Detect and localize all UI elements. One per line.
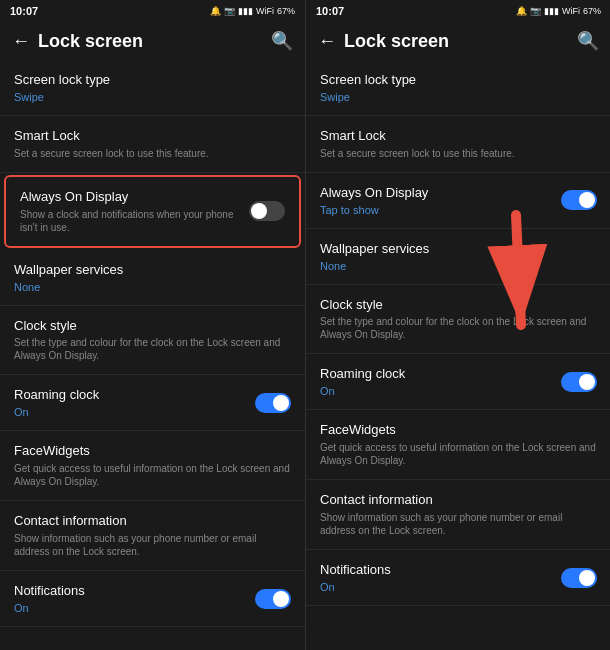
setting-title: Wallpaper services <box>14 262 291 279</box>
settings-list: Screen lock typeSwipeSmart LockSet a sec… <box>306 60 610 650</box>
toggle-knob <box>251 203 267 219</box>
setting-item-facewidgets[interactable]: FaceWidgetsGet quick access to useful in… <box>0 431 305 501</box>
setting-title: Smart Lock <box>320 128 597 145</box>
setting-desc: Set the type and colour for the clock on… <box>320 315 597 341</box>
header: ←Lock screen🔍 <box>0 22 305 60</box>
status-time: 10:07 <box>10 5 38 17</box>
setting-item-facewidgets[interactable]: FaceWidgetsGet quick access to useful in… <box>306 410 610 480</box>
setting-subtitle: On <box>320 581 553 593</box>
setting-item-always-on-display[interactable]: Always On DisplayShow a clock and notifi… <box>4 175 301 248</box>
setting-desc: Get quick access to useful information o… <box>14 462 291 488</box>
search-icon[interactable]: 🔍 <box>271 30 293 52</box>
right-panel: 10:07 🔔 📷 ▮▮▮ WiFi 67% ←Lock screen🔍Scre… <box>305 0 610 650</box>
setting-item-always-on-display[interactable]: Always On DisplayTap to show <box>306 173 610 229</box>
toggle-notifications[interactable] <box>255 589 291 609</box>
setting-title: Notifications <box>14 583 247 600</box>
settings-list: Screen lock typeSwipeSmart LockSet a sec… <box>0 60 305 650</box>
setting-subtitle: On <box>14 406 247 418</box>
toggle-knob <box>273 591 289 607</box>
setting-item-roaming-clock[interactable]: Roaming clockOn <box>306 354 610 410</box>
setting-item-notifications[interactable]: NotificationsOn <box>306 550 610 606</box>
setting-subtitle: Tap to show <box>320 204 553 216</box>
toggle-roaming-clock[interactable] <box>561 372 597 392</box>
setting-item-screen-lock-type[interactable]: Screen lock typeSwipe <box>306 60 610 116</box>
back-button[interactable]: ← <box>12 31 30 52</box>
setting-item-wallpaper-services[interactable]: Wallpaper servicesNone <box>306 229 610 285</box>
setting-title: Contact information <box>320 492 597 509</box>
setting-title: Notifications <box>320 562 553 579</box>
setting-desc: Show a clock and notifications when your… <box>20 208 241 234</box>
notification-icon: 🔔 <box>516 6 527 16</box>
setting-title: Screen lock type <box>320 72 597 89</box>
setting-title: FaceWidgets <box>320 422 597 439</box>
setting-subtitle: None <box>14 281 291 293</box>
setting-title: Always On Display <box>320 185 553 202</box>
setting-title: Clock style <box>14 318 291 335</box>
signal-icon: ▮▮▮ <box>238 6 253 16</box>
notification-icon: 🔔 <box>210 6 221 16</box>
header: ←Lock screen🔍 <box>306 22 610 60</box>
page-title: Lock screen <box>344 31 449 52</box>
setting-title: Clock style <box>320 297 597 314</box>
toggle-knob <box>273 395 289 411</box>
setting-desc: Set a secure screen lock to use this fea… <box>14 147 291 160</box>
setting-title: Always On Display <box>20 189 241 206</box>
setting-item-screen-lock-type[interactable]: Screen lock typeSwipe <box>0 60 305 116</box>
signal-icon: ▮▮▮ <box>544 6 559 16</box>
wifi-icon: WiFi <box>562 6 580 16</box>
battery-icon: 67% <box>277 6 295 16</box>
setting-title: FaceWidgets <box>14 443 291 460</box>
screen-icon: 📷 <box>224 6 235 16</box>
page-title: Lock screen <box>38 31 143 52</box>
toggle-roaming-clock[interactable] <box>255 393 291 413</box>
setting-item-wallpaper-services[interactable]: Wallpaper servicesNone <box>0 250 305 306</box>
status-time: 10:07 <box>316 5 344 17</box>
wifi-icon: WiFi <box>256 6 274 16</box>
setting-subtitle: On <box>320 385 553 397</box>
setting-title: Contact information <box>14 513 291 530</box>
setting-title: Screen lock type <box>14 72 291 89</box>
toggle-always-on-display[interactable] <box>561 190 597 210</box>
setting-item-roaming-clock[interactable]: Roaming clockOn <box>0 375 305 431</box>
setting-desc: Set the type and colour for the clock on… <box>14 336 291 362</box>
setting-desc: Set a secure screen lock to use this fea… <box>320 147 597 160</box>
toggle-knob <box>579 192 595 208</box>
setting-desc: Show information such as your phone numb… <box>320 511 597 537</box>
status-bar: 10:07 🔔 📷 ▮▮▮ WiFi 67% <box>0 0 305 22</box>
back-button[interactable]: ← <box>318 31 336 52</box>
toggle-notifications[interactable] <box>561 568 597 588</box>
left-panel: 10:07 🔔 📷 ▮▮▮ WiFi 67% ←Lock screen🔍Scre… <box>0 0 305 650</box>
setting-title: Wallpaper services <box>320 241 597 258</box>
setting-item-contact-information[interactable]: Contact informationShow information such… <box>0 501 305 571</box>
toggle-always-on-display[interactable] <box>249 201 285 221</box>
setting-item-smart-lock[interactable]: Smart LockSet a secure screen lock to us… <box>306 116 610 173</box>
setting-subtitle: Swipe <box>14 91 291 103</box>
setting-item-smart-lock[interactable]: Smart LockSet a secure screen lock to us… <box>0 116 305 173</box>
setting-item-contact-information[interactable]: Contact informationShow information such… <box>306 480 610 550</box>
setting-desc: Show information such as your phone numb… <box>14 532 291 558</box>
status-icons: 🔔 📷 ▮▮▮ WiFi 67% <box>210 6 295 16</box>
setting-title: Roaming clock <box>320 366 553 383</box>
setting-title: Roaming clock <box>14 387 247 404</box>
setting-subtitle: Swipe <box>320 91 597 103</box>
setting-title: Smart Lock <box>14 128 291 145</box>
toggle-knob <box>579 374 595 390</box>
status-icons: 🔔 📷 ▮▮▮ WiFi 67% <box>516 6 601 16</box>
search-icon[interactable]: 🔍 <box>577 30 599 52</box>
toggle-knob <box>579 570 595 586</box>
setting-desc: Get quick access to useful information o… <box>320 441 597 467</box>
setting-item-notifications[interactable]: NotificationsOn <box>0 571 305 627</box>
setting-subtitle: None <box>320 260 597 272</box>
setting-item-clock-style[interactable]: Clock styleSet the type and colour for t… <box>306 285 610 355</box>
setting-subtitle: On <box>14 602 247 614</box>
status-bar: 10:07 🔔 📷 ▮▮▮ WiFi 67% <box>306 0 610 22</box>
setting-item-clock-style[interactable]: Clock styleSet the type and colour for t… <box>0 306 305 376</box>
battery-icon: 67% <box>583 6 601 16</box>
screen-icon: 📷 <box>530 6 541 16</box>
